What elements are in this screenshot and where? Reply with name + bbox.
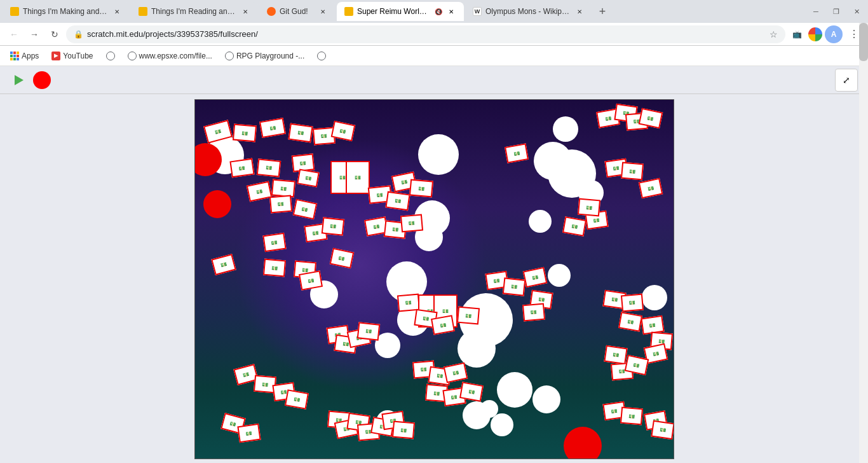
money-bill (409, 179, 433, 197)
white-circle (548, 264, 571, 287)
tab-things-reading[interactable]: Things I'm Reading and Playing... ✕ (131, 2, 258, 21)
tab-gitgud[interactable]: Git Gud! ✕ (259, 2, 336, 21)
scratch-toolbar: ⤢ (0, 66, 868, 94)
lock-icon: 🔒 (74, 30, 83, 39)
forward-button[interactable]: → (25, 25, 43, 43)
minimize-button[interactable]: ─ (807, 5, 825, 18)
money-bill (232, 123, 256, 142)
apps-icon (10, 52, 19, 60)
green-flag-button[interactable] (10, 71, 28, 89)
tab4-audio-icon[interactable]: 🔇 (435, 8, 442, 15)
globe2-icon (317, 52, 326, 60)
svg-rect-3 (10, 55, 13, 57)
money-bill (346, 161, 370, 194)
epsxe-favicon (128, 52, 137, 60)
tab-olympus-mons[interactable]: W Olympus Mons - Wikipedia ✕ (465, 2, 592, 21)
money-bill (651, 420, 674, 439)
bookmark-globe1[interactable] (101, 48, 120, 64)
white-circle (418, 134, 459, 175)
money-bill (262, 259, 285, 277)
red-circle (203, 190, 231, 218)
money-bill (271, 179, 295, 197)
white-circle (491, 413, 513, 436)
tab-super-reimu[interactable]: Super Reimu World 2: Koi... 🔇 ✕ (337, 2, 464, 21)
bookmark-epsxe[interactable]: www.epsxe.com/file... (123, 48, 217, 64)
svg-rect-1 (13, 52, 16, 54)
tab3-favicon (267, 7, 276, 16)
white-circle (529, 210, 552, 233)
white-circle (642, 285, 667, 310)
money-bill (385, 191, 410, 211)
money-bill (356, 322, 380, 340)
red-circle (564, 427, 602, 459)
tab3-close[interactable]: ✕ (318, 6, 328, 17)
chrome-extensions-icon (808, 27, 822, 41)
restore-button[interactable]: ❐ (827, 5, 845, 18)
money-bill (620, 162, 643, 181)
game-canvas[interactable] (194, 99, 674, 459)
money-bill (321, 217, 344, 235)
bookmark-globe2[interactable] (312, 48, 331, 64)
bookmark-youtube-label: YouTube (63, 52, 93, 60)
rpg-favicon (225, 52, 234, 60)
money-bill (391, 421, 414, 439)
bookmark-apps[interactable]: Apps (5, 48, 44, 64)
tab1-close[interactable]: ✕ (112, 6, 122, 17)
svg-rect-4 (13, 55, 16, 57)
tab-things-making[interactable]: Things I'm Making and Creatin... ✕ (3, 2, 130, 21)
svg-rect-6 (10, 58, 13, 60)
white-circle (480, 400, 498, 418)
bookmark-youtube[interactable]: ▶ YouTube (46, 48, 98, 64)
money-bill (400, 214, 423, 233)
money-bill (620, 294, 643, 312)
money-bill (288, 123, 313, 143)
money-bill (577, 198, 600, 217)
title-bar: Things I'm Making and Creatin... ✕ Thing… (0, 0, 868, 23)
youtube-favicon: ▶ (51, 52, 60, 60)
svg-rect-7 (13, 58, 16, 60)
svg-rect-2 (17, 52, 19, 54)
url-text: scratch.mit.edu/projects/339537385/fulls… (87, 29, 766, 39)
new-tab-button[interactable]: + (593, 3, 611, 20)
white-circle (497, 372, 532, 408)
bookmarks-bar: Apps ▶ YouTube www.epsxe.com/file... RPG… (0, 46, 868, 66)
reload-button[interactable]: ↻ (46, 25, 64, 43)
window-controls: ─ ❐ ✕ (807, 5, 865, 18)
money-bill (522, 303, 545, 322)
url-bar[interactable]: 🔒 scratch.mit.edu/projects/339537385/ful… (66, 25, 785, 43)
money-bill (269, 195, 292, 214)
tab5-close[interactable]: ✕ (574, 6, 585, 17)
stop-button[interactable] (33, 71, 51, 89)
scratch-controls (10, 71, 51, 89)
tab4-close[interactable]: ✕ (446, 6, 456, 17)
svg-rect-5 (17, 55, 19, 57)
close-button[interactable]: ✕ (848, 5, 865, 18)
tab3-title: Git Gud! (280, 7, 314, 16)
tab1-title: Things I'm Making and Creatin... (23, 7, 108, 16)
bookmark-rpg[interactable]: RPG Playground -... (220, 48, 309, 64)
money-bill (256, 158, 281, 177)
scrollbar-thumb[interactable] (859, 23, 868, 61)
tab2-favicon (139, 7, 147, 16)
money-bill (620, 407, 642, 425)
money-bill (502, 277, 526, 296)
address-bar: ← → ↻ 🔒 scratch.mit.edu/projects/3395373… (0, 23, 868, 46)
bookmark-rpg-label: RPG Playground -... (236, 52, 304, 60)
cast-button[interactable]: 📺 (788, 25, 806, 43)
tab2-title: Things I'm Reading and Playing... (151, 7, 236, 16)
white-circle (458, 329, 496, 368)
main-content (0, 94, 868, 463)
profile-button[interactable]: A (825, 25, 843, 43)
globe1-icon (106, 52, 115, 60)
white-circle (553, 116, 578, 142)
tab2-close[interactable]: ✕ (240, 6, 250, 17)
money-bill (229, 158, 254, 178)
scrollbar-track (859, 23, 868, 463)
back-button[interactable]: ← (5, 25, 23, 43)
bookmark-star-icon[interactable]: ☆ (770, 29, 778, 39)
green-flag-icon (11, 73, 27, 88)
svg-rect-0 (10, 52, 13, 54)
bookmark-epsxe-label: www.epsxe.com/file... (139, 52, 212, 60)
tab5-title: Olympus Mons - Wikipedia (485, 7, 571, 16)
fullscreen-button[interactable]: ⤢ (835, 69, 858, 92)
